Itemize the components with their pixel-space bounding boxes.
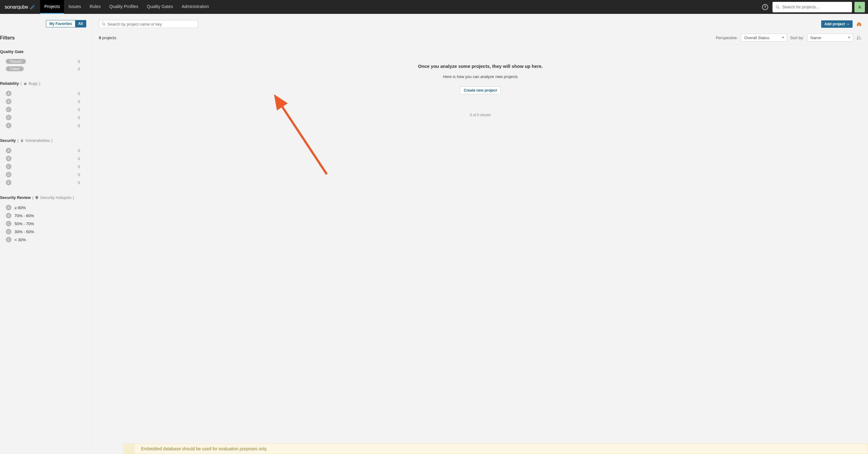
project-count: 0 projects [99, 35, 116, 40]
filter-security-review-title: Security Review [0, 195, 31, 200]
bug-icon [23, 81, 27, 86]
pill-passed: Passed [6, 59, 26, 64]
help-icon[interactable]: ? [762, 4, 768, 10]
create-new-project-button[interactable]: Create new project [460, 86, 501, 94]
svg-line-4 [24, 84, 24, 84]
avatar[interactable]: A [855, 2, 865, 12]
filter-reliability-b[interactable]: B0 [0, 97, 86, 106]
chevron-down-icon [847, 23, 849, 26]
annotation-arrow-icon [271, 94, 333, 177]
filter-quality-gate-failed[interactable]: Failed 0 [0, 65, 86, 73]
filter-reliability-e[interactable]: E0 [0, 121, 86, 130]
project-search-input[interactable] [107, 22, 195, 27]
filter-security-a[interactable]: A0 [0, 146, 86, 154]
shown-count: 0 of 0 shown [99, 113, 862, 117]
filter-security-review-c[interactable]: C50% - 70% [0, 220, 86, 228]
nav-rules[interactable]: Rules [85, 0, 105, 14]
filter-reliability-d[interactable]: D0 [0, 113, 86, 121]
svg-point-7 [102, 23, 105, 25]
filter-security-review-d[interactable]: D30% - 50% [0, 228, 86, 236]
filter-reliability-c[interactable]: C0 [0, 106, 86, 113]
empty-state: Once you analyze some projects, they wil… [99, 45, 862, 97]
svg-line-1 [778, 7, 780, 9]
filter-reliability-sub: Bugs [29, 81, 38, 86]
filter-security-review-sub: Security Hotspots [40, 195, 71, 200]
favorites-toggle-my[interactable]: My Favorites [46, 20, 75, 27]
filter-reliability-a[interactable]: A0 [0, 89, 86, 97]
top-navigation: sonarqube Projects Issues Rules Quality … [0, 0, 868, 14]
shield-icon [35, 196, 39, 200]
home-icon[interactable] [856, 21, 862, 27]
filter-security-review-b[interactable]: B70% - 80% [0, 211, 86, 220]
favorites-toggle: My Favorites All [46, 20, 86, 27]
filter-security-c[interactable]: C0 [0, 163, 86, 171]
filter-security-title: Security [0, 138, 16, 143]
count: 0 [78, 59, 86, 64]
filter-security-review: Security Review ( Security Hotspots ) A≥… [0, 195, 86, 244]
nav-administration[interactable]: Administration [178, 0, 213, 14]
sortby-label: Sort by: [790, 35, 804, 40]
search-icon [102, 22, 106, 26]
add-project-label: Add project [824, 22, 845, 26]
svg-point-0 [776, 5, 779, 8]
svg-line-8 [104, 25, 105, 26]
filter-quality-gate-passed[interactable]: Passed 0 [0, 58, 86, 65]
global-search[interactable] [773, 2, 852, 12]
filter-security-review-e[interactable]: E< 30% [0, 236, 86, 244]
filter-security-b[interactable]: B0 [0, 154, 86, 163]
lock-icon [20, 139, 24, 142]
brand-logo[interactable]: sonarqube [0, 0, 40, 14]
filter-security: Security ( Vulnerabilities ) A0 B0 C0 D0… [0, 138, 86, 187]
svg-point-2 [24, 83, 26, 85]
sort-direction-icon[interactable] [856, 35, 862, 40]
filter-security-d[interactable]: D0 [0, 171, 86, 178]
global-search-input[interactable] [782, 5, 849, 9]
svg-line-5 [26, 84, 27, 84]
filter-security-review-a[interactable]: A≥ 80% [0, 204, 86, 211]
eval-warning-banner: Embedded database should be used for eva… [124, 444, 868, 454]
filter-security-e[interactable]: E0 [0, 178, 86, 187]
add-project-button[interactable]: Add project [821, 20, 852, 28]
svg-rect-6 [21, 140, 23, 142]
main-content: Add project 0 projects Perspective: Over… [93, 14, 868, 454]
nav-projects[interactable]: Projects [40, 0, 64, 14]
eval-warning-text: Embedded database should be used for eva… [141, 446, 267, 451]
sonar-wave-icon [29, 4, 35, 10]
project-search[interactable] [99, 20, 198, 28]
count: 0 [78, 67, 86, 71]
sidebar: My Favorites All Filters Quality Gate Pa… [0, 14, 93, 454]
empty-title: Once you analyze some projects, they wil… [99, 63, 862, 69]
filter-reliability-title: Reliability [0, 81, 19, 86]
nav-quality-profiles[interactable]: Quality Profiles [105, 0, 143, 14]
perspective-select[interactable]: Overall Status [741, 34, 787, 41]
empty-subtitle: Here is how you can analyze new projects [99, 74, 862, 79]
filter-quality-gate-header: Quality Gate [0, 49, 86, 54]
filter-reliability: Reliability ( Bugs ) A0 B0 C0 D0 E0 [0, 81, 86, 130]
nav-issues[interactable]: Issues [64, 0, 85, 14]
brand-part-b: qube [17, 4, 28, 10]
search-icon [776, 5, 780, 9]
favorites-toggle-all[interactable]: All [75, 20, 86, 27]
nav-quality-gates[interactable]: Quality Gates [143, 0, 178, 14]
filter-quality-gate: Quality Gate Passed 0 Failed 0 [0, 49, 86, 73]
perspective-label: Perspective: [716, 35, 738, 40]
filters-title: Filters [0, 35, 86, 41]
brand-part-a: sonar [5, 4, 17, 10]
pill-failed: Failed [6, 66, 24, 71]
sortby-select[interactable]: Name [807, 34, 853, 41]
filter-security-sub: Vulnerabilities [25, 138, 50, 143]
